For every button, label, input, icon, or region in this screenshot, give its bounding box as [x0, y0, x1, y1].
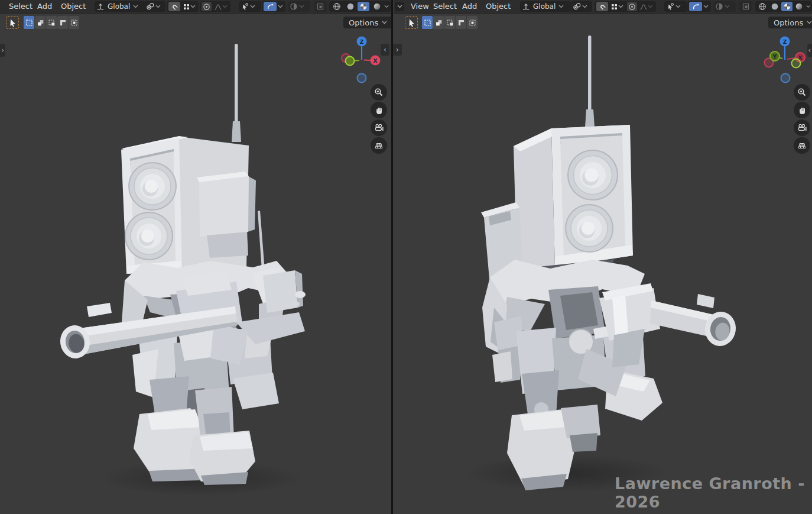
snap-toggle[interactable]	[168, 2, 180, 11]
shading-wireframe-button-right[interactable]	[757, 2, 768, 11]
options-dropdown[interactable]: Options	[343, 17, 392, 28]
svg-text:Z: Z	[783, 39, 787, 45]
options-dropdown-right[interactable]: Options	[768, 17, 812, 28]
solid-sphere-icon	[346, 2, 355, 11]
zoom-button-right[interactable]	[794, 84, 810, 101]
menu-object-right[interactable]: Object	[486, 0, 511, 13]
axis-z-negative[interactable]	[358, 74, 366, 83]
wireframe-sphere-icon	[333, 2, 341, 11]
material-sphere-icon	[783, 2, 791, 11]
toggle-projection-button[interactable]	[371, 137, 387, 154]
show-overlays-toggle[interactable]	[264, 2, 277, 11]
camera-view-button[interactable]	[371, 119, 387, 136]
proportional-falloff-dropdown[interactable]	[213, 2, 229, 11]
pivot-point-dropdown[interactable]	[144, 1, 165, 12]
shading-rendered-button[interactable]	[371, 2, 382, 11]
toggle-projection-button-right[interactable]	[794, 137, 810, 154]
shading-cluster	[329, 1, 391, 12]
menu-add-right[interactable]: Add	[462, 0, 477, 13]
wireframe-sphere-icon	[758, 2, 766, 11]
show-gizmo-dropdown-right[interactable]	[664, 1, 687, 12]
overlays-cluster-right	[687, 1, 711, 12]
pivot-point-dropdown-right[interactable]	[571, 1, 592, 12]
render-region-toggle[interactable]	[314, 1, 327, 12]
camera-view-button-right[interactable]	[794, 119, 810, 136]
svg-text:X: X	[373, 58, 378, 64]
menu-select-right[interactable]: Select	[433, 0, 457, 13]
snap-toggle-right[interactable]	[596, 2, 608, 11]
orientation-dropdown[interactable]: Global	[95, 1, 145, 12]
select-mode-intersect-right[interactable]	[467, 16, 478, 29]
dot-in-circle-icon	[628, 3, 636, 11]
menu-select[interactable]: Select	[9, 0, 33, 13]
pan-button[interactable]	[371, 102, 387, 118]
select-mode-subtract-right[interactable]	[444, 16, 455, 29]
half-sphere-icon	[715, 2, 723, 11]
zoom-button[interactable]	[371, 84, 387, 101]
snap-squares-icon	[610, 3, 618, 11]
toggle-xray-dropdown-right[interactable]	[713, 1, 736, 12]
snap-target-dropdown-right[interactable]	[609, 2, 625, 11]
select-mode-new[interactable]	[24, 16, 34, 29]
toolbar-expand-tab[interactable]: ›	[0, 44, 5, 57]
navigation-gizmo-right[interactable]: Y X Z	[763, 33, 810, 86]
shading-solid-button[interactable]	[344, 2, 356, 11]
select-mode-subtract[interactable]	[46, 16, 57, 29]
select-mode-group-right	[422, 16, 478, 29]
select-mode-extend-right[interactable]	[433, 16, 444, 29]
axis-z-negative[interactable]	[781, 74, 790, 83]
navigation-gizmo-left[interactable]: Z X	[340, 33, 385, 86]
shading-cluster-right	[755, 1, 812, 12]
editor-menu-chevron[interactable]	[395, 2, 404, 11]
right-viewport-sidebar-tab[interactable]: ‹	[807, 44, 812, 57]
material-sphere-icon	[359, 2, 368, 11]
select-mode-extend[interactable]	[35, 16, 46, 29]
orientation-dropdown-right[interactable]: Global	[520, 1, 571, 12]
select-mode-intersect[interactable]	[69, 16, 79, 29]
magnifier-plus-icon	[374, 88, 384, 97]
snap-target-dropdown[interactable]	[181, 2, 197, 11]
proportional-cluster-right	[625, 1, 656, 12]
select-mode-invert-right[interactable]	[456, 16, 466, 29]
robot-model-right[interactable]	[464, 35, 738, 492]
select-mode-new-right[interactable]	[422, 16, 433, 29]
show-overlays-toggle-right[interactable]	[689, 2, 702, 11]
menu-view[interactable]: View	[411, 0, 429, 13]
pan-button-right[interactable]	[794, 102, 810, 118]
viewport-render	[0, 0, 812, 514]
shading-wireframe-button[interactable]	[331, 2, 343, 11]
arc-arrow-icon	[267, 3, 274, 11]
proportional-editing-toggle[interactable]	[202, 2, 212, 11]
render-region-toggle-right[interactable]	[739, 1, 752, 12]
proportional-falloff-dropdown-right[interactable]	[638, 2, 654, 11]
camera-icon	[374, 123, 384, 132]
chevron-down-icon	[618, 5, 623, 8]
axis-y-negative[interactable]	[792, 59, 801, 68]
active-tool-select-box[interactable]	[6, 16, 19, 29]
menu-object[interactable]: Object	[61, 0, 86, 13]
right-viewport-toolbar-tab[interactable]: ›	[393, 44, 402, 56]
cursor-eye-icon	[666, 2, 674, 11]
select-mode-invert[interactable]	[57, 16, 68, 29]
artist-watermark: Lawrence Granroth - 2026	[615, 474, 812, 511]
proportional-cluster	[200, 1, 230, 12]
half-sphere-icon	[290, 2, 298, 11]
snap-squares-icon	[183, 3, 190, 11]
left-viewport-sidebar-tab[interactable]: ‹	[381, 44, 389, 56]
chevron-down-icon	[382, 21, 387, 24]
shading-solid-button-right[interactable]	[769, 2, 781, 11]
snap-cluster	[167, 1, 199, 12]
options-label: Options	[774, 18, 803, 27]
proportional-editing-toggle-right[interactable]	[627, 2, 637, 11]
menu-add[interactable]: Add	[37, 0, 52, 13]
shading-rendered-button-right[interactable]	[794, 2, 805, 11]
shading-material-preview-button-right[interactable]	[781, 2, 792, 11]
active-tool-select-box-right[interactable]	[405, 16, 418, 29]
toggle-xray-dropdown[interactable]	[288, 1, 310, 12]
show-gizmo-dropdown[interactable]	[239, 1, 261, 12]
shading-material-preview-button[interactable]	[358, 2, 369, 11]
robot-model-left[interactable]	[58, 44, 306, 496]
viewport-divider[interactable]	[391, 0, 393, 514]
axis-y[interactable]	[346, 57, 355, 66]
orientation-label-right: Global	[531, 2, 557, 11]
